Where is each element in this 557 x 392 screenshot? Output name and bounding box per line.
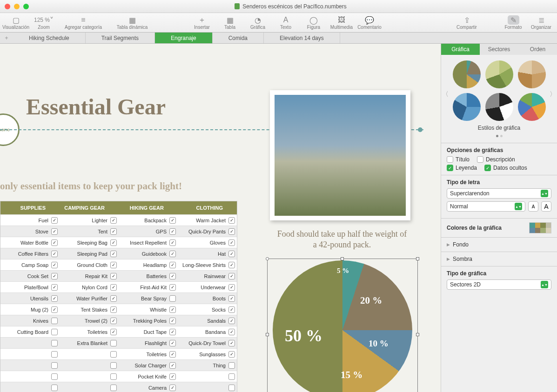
table-cell[interactable]: Cutting Board	[0, 326, 60, 337]
table-cell[interactable]: Quick-Dry Towel	[178, 338, 237, 348]
checkbox[interactable]	[51, 329, 58, 335]
checkbox[interactable]	[228, 385, 235, 391]
organize-button[interactable]: ≣Organizar	[527, 13, 555, 33]
checkbox[interactable]	[169, 228, 176, 235]
table-cell[interactable]: Camera	[119, 382, 178, 392]
table-cell[interactable]: Extra Blanket	[60, 338, 119, 348]
close-window-button[interactable]	[5, 4, 10, 9]
share-button[interactable]: ⇪Compartir	[453, 13, 481, 33]
checkbox[interactable]	[169, 329, 176, 335]
table-row[interactable]: Extra BlanketFlashlightQuick-Dry Towel	[0, 337, 237, 348]
table-cell[interactable]: Headlamp	[119, 259, 178, 270]
checkbox[interactable]	[169, 239, 176, 246]
table-row[interactable]: KnivesTrowel (2)Trekking PolesSandals	[0, 315, 237, 326]
table-row[interactable]: Camera	[0, 382, 237, 392]
table-cell[interactable]: Insect Repellent	[119, 237, 178, 248]
zoom-dropdown[interactable]: 125 % ˅Zoom	[30, 13, 58, 33]
table-cell[interactable]: Nylon Cord	[60, 282, 119, 292]
chart-style-preview[interactable]	[453, 93, 481, 121]
checkbox[interactable]	[169, 295, 176, 302]
table-cell[interactable]	[60, 360, 119, 371]
checkbox[interactable]	[169, 385, 176, 391]
table-cell[interactable]: Tent	[60, 226, 119, 237]
table-cell[interactable]: GPS	[119, 226, 178, 237]
checkbox[interactable]	[110, 273, 117, 279]
table-cell[interactable]: Rainwear	[178, 271, 237, 281]
sheet-tab[interactable]: Trail Segments	[86, 33, 155, 43]
sheet-tab[interactable]: Comida	[213, 33, 264, 43]
checkbox[interactable]	[110, 239, 117, 246]
table-cell[interactable]: Toiletries	[119, 349, 178, 359]
checkbox[interactable]	[110, 284, 117, 291]
table-cell[interactable]: Solar Charger	[119, 360, 178, 371]
checkbox[interactable]	[51, 284, 58, 291]
table-cell[interactable]: First-Aid Kit	[119, 282, 178, 292]
checkbox[interactable]	[228, 262, 235, 268]
chart-style-preview[interactable]	[485, 60, 513, 88]
canvas[interactable]: PACIFIC Essential Gear only essential it…	[0, 44, 441, 392]
table-cell[interactable]: Water Purifier	[60, 293, 119, 304]
add-category-button[interactable]: ≡Agregar categoría	[58, 13, 109, 33]
table-cell[interactable]: Knives	[0, 315, 60, 326]
chart-type-select[interactable]: Sectores 2D▲▼	[447, 279, 551, 290]
table-cell[interactable]: Water Bottle	[0, 237, 60, 248]
gear-table[interactable]: SUPPLIES CAMPING GEAR HIKING GEAR CLOTHI…	[0, 201, 237, 392]
table-cell[interactable]	[60, 382, 119, 392]
table-cell[interactable]: Lighter	[60, 215, 119, 226]
checkbox[interactable]	[51, 351, 58, 358]
table-cell[interactable]: Sleeping Pad	[60, 248, 119, 259]
checkbox[interactable]	[51, 318, 58, 324]
hidden-data-checkbox[interactable]: ✓Datos ocultos	[484, 165, 527, 171]
legend-checkbox[interactable]: ✓Leyenda	[447, 165, 477, 171]
table-cell[interactable]: Toiletries	[60, 326, 119, 337]
table-cell[interactable]	[178, 371, 237, 382]
checkbox[interactable]	[169, 273, 176, 279]
table-row[interactable]: Water BottleSleeping BagInsect Repellent…	[0, 237, 237, 248]
table-row[interactable]: StoveTentGPSQuick-Dry Pants	[0, 226, 237, 237]
table-cell[interactable]: Utensils	[0, 293, 60, 304]
chart-button[interactable]: ◔Gráfica	[244, 13, 272, 33]
table-cell[interactable]: Underwear	[178, 282, 237, 292]
resize-handle[interactable]	[266, 257, 269, 260]
text-button[interactable]: ATexto	[272, 13, 300, 33]
table-cell[interactable]: Guidebook	[119, 248, 178, 259]
table-row[interactable]: Solar ChargerThing	[0, 359, 237, 371]
sidebar-tab-chart[interactable]: Gráfica	[441, 44, 480, 55]
checkbox[interactable]	[169, 251, 176, 257]
view-button[interactable]: ▢Visualización	[2, 13, 30, 33]
checkbox[interactable]	[228, 239, 235, 246]
table-cell[interactable]: Plate/Bowl	[0, 282, 60, 292]
checkbox[interactable]	[228, 251, 235, 257]
table-row[interactable]: Plate/BowlNylon CordFirst-Aid KitUnderwe…	[0, 281, 237, 292]
checkbox[interactable]	[110, 351, 117, 358]
resize-handle[interactable]	[266, 333, 269, 336]
table-cell[interactable]: Hat	[178, 248, 237, 259]
checkbox[interactable]	[228, 228, 235, 235]
resize-handle[interactable]	[341, 257, 344, 260]
checkbox[interactable]	[169, 284, 176, 291]
checkbox[interactable]	[228, 306, 235, 313]
table-button[interactable]: ▦Tabla	[216, 13, 244, 33]
checkbox[interactable]	[228, 295, 235, 302]
checkbox[interactable]	[169, 306, 176, 313]
zoom-window-button[interactable]	[23, 4, 29, 9]
pie-chart[interactable]: 5 % 20 % 10 % 15 % 50 % Editar referenci…	[267, 259, 418, 392]
checkbox[interactable]	[228, 273, 235, 279]
hiking-photo[interactable]	[270, 90, 410, 220]
sidebar-tab-arrange[interactable]: Orden	[518, 44, 557, 55]
table-cell[interactable]: Flashlight	[119, 338, 178, 348]
checkbox[interactable]	[228, 217, 235, 224]
table-cell[interactable]: Warm Jacket	[178, 215, 237, 226]
table-cell[interactable]: Cook Set	[0, 271, 60, 281]
sheet-tab[interactable]: Elevation 14 days	[264, 33, 340, 43]
font-smaller-button[interactable]: A	[528, 201, 538, 212]
checkbox[interactable]	[228, 340, 235, 346]
table-cell[interactable]: Gloves	[178, 237, 237, 248]
checkbox[interactable]	[110, 362, 117, 369]
table-cell[interactable]	[60, 349, 119, 359]
table-row[interactable]: Pocket Knife	[0, 371, 237, 382]
table-row[interactable]: Camp SoapGround ClothHeadlampLong-Sleeve…	[0, 259, 237, 270]
table-cell[interactable]	[0, 382, 60, 392]
checkbox[interactable]	[110, 262, 117, 268]
checkbox[interactable]	[169, 262, 176, 268]
